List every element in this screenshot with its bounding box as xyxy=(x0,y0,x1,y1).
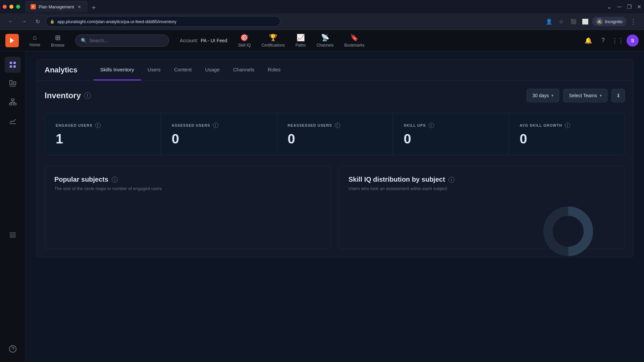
popular-subjects-info[interactable]: i xyxy=(112,177,118,183)
channels-label: Channels xyxy=(317,43,334,48)
inventory-header: Inventory i 30 days ▾ Select Teams xyxy=(45,89,625,102)
cast-btn[interactable]: ⬛ xyxy=(568,16,579,27)
skill-ups-info[interactable]: i xyxy=(429,123,434,128)
sidebar-item-chart[interactable] xyxy=(5,113,21,129)
assessed-users-label: ASSESSED USERS i xyxy=(172,123,266,128)
sidebar-item-dashboard[interactable] xyxy=(5,57,21,73)
search-icon: 🔍 xyxy=(81,38,87,43)
analytics-title: Analytics xyxy=(45,66,77,74)
window-minimize-top-btn[interactable]: ─ xyxy=(617,3,622,10)
back-btn[interactable]: ← xyxy=(5,16,16,27)
window-menu-btn[interactable]: ⌄ xyxy=(607,3,612,10)
browser-nav: ← → ↻ 🔒 app.pluralsight.com/plan-analyti… xyxy=(0,13,644,29)
nav-skill-iq[interactable]: 🎯 Skill IQ xyxy=(233,31,256,50)
dashboard-icon xyxy=(9,61,17,69)
inventory-info-icon[interactable]: i xyxy=(84,92,91,99)
window-restore-btn[interactable]: ❐ xyxy=(627,4,632,10)
analytics-header: Analytics Skills Inventory Users Content… xyxy=(36,59,633,81)
nav-browse[interactable]: ⊞ Browse xyxy=(46,31,70,50)
sidebar-item-analytics[interactable] xyxy=(5,75,21,92)
incognito-badge[interactable]: 🕵 Incognito xyxy=(592,17,627,26)
chart-icon xyxy=(9,117,17,125)
bookmark-btn[interactable]: ☆ xyxy=(556,16,567,27)
popular-subjects-title: Popular subjects i xyxy=(54,176,321,183)
tab-close-btn[interactable]: ✕ xyxy=(77,4,82,9)
tab-roles[interactable]: Roles xyxy=(261,60,287,80)
skill-iq-distribution-info[interactable]: i xyxy=(448,177,454,183)
sidebar-item-list[interactable] xyxy=(5,227,21,243)
tab-usage[interactable]: Usage xyxy=(198,60,226,80)
svg-rect-4 xyxy=(13,65,16,68)
svg-rect-2 xyxy=(13,62,16,64)
nav-channels[interactable]: 📡 Channels xyxy=(311,31,339,50)
help-circle-icon xyxy=(9,345,17,353)
tab-skills-inventory[interactable]: Skills Inventory xyxy=(94,60,141,80)
teams-filter-dropdown[interactable]: Select Teams ▾ xyxy=(563,89,607,102)
certifications-icon: 🏆 xyxy=(269,34,277,42)
download-btn[interactable]: ⬇ xyxy=(611,89,625,102)
skill-iq-distribution-card: Skill IQ distribution by subject i Users… xyxy=(339,166,625,249)
logo-icon xyxy=(9,37,15,44)
nav-bookmarks[interactable]: 🔖 Bookmarks xyxy=(339,31,370,50)
notification-btn[interactable]: 🔔 xyxy=(582,35,594,47)
user-avatar-btn[interactable]: S xyxy=(627,35,639,47)
skill-iq-chart xyxy=(348,199,615,239)
nav-certifications[interactable]: 🏆 Certifications xyxy=(256,31,290,50)
engaged-users-info[interactable]: i xyxy=(95,123,101,128)
stat-reassessed-users: REASSESSED USERS i 0 xyxy=(277,113,393,155)
window-maximize-btn[interactable] xyxy=(16,5,20,9)
time-filter-dropdown[interactable]: 30 days ▾ xyxy=(527,89,559,102)
address-bar[interactable]: 🔒 app.pluralsight.com/plan-analytics/pa-… xyxy=(46,16,280,27)
skill-ups-value: 0 xyxy=(404,132,498,145)
assessed-users-info[interactable]: i xyxy=(213,123,218,128)
active-tab[interactable]: P Plan Management ✕ xyxy=(25,1,87,12)
reassessed-users-info[interactable]: i xyxy=(335,123,340,128)
svg-rect-1 xyxy=(10,62,12,64)
svg-rect-5 xyxy=(10,80,12,84)
help-btn[interactable]: ? xyxy=(597,35,609,47)
sidebar-item-help[interactable] xyxy=(5,341,21,357)
svg-rect-8 xyxy=(11,99,14,101)
window-minimize-btn[interactable] xyxy=(9,5,13,9)
window-close-top-btn[interactable]: ✕ xyxy=(637,4,641,10)
avg-skill-growth-label: AVG SKILL GROWTH i xyxy=(520,123,614,128)
top-nav: ⌂ Home ⊞ Browse 🔍 Search... Account: PA … xyxy=(0,30,644,51)
profile-icon-btn[interactable]: 👤 xyxy=(544,16,554,27)
incognito-icon: 🕵 xyxy=(596,18,603,25)
inventory-title: Inventory i xyxy=(45,91,91,100)
forward-btn[interactable]: → xyxy=(19,16,30,27)
sidebar-item-hierarchy[interactable] xyxy=(5,94,21,110)
hierarchy-icon xyxy=(9,98,17,106)
paths-label: Paths xyxy=(296,43,306,48)
stats-row: ENGAGED USERS i 1 ASSESSED USERS i 0 xyxy=(45,113,625,155)
nav-paths[interactable]: 📈 Paths xyxy=(290,31,311,50)
avg-skill-growth-info[interactable]: i xyxy=(565,123,570,128)
tab-users[interactable]: Users xyxy=(141,60,167,80)
window-close-btn[interactable] xyxy=(3,5,7,9)
tab-favicon: P xyxy=(31,4,36,9)
analytics-tabs: Skills Inventory Users Content Usage Cha xyxy=(94,60,287,80)
tab-channels[interactable]: Channels xyxy=(226,60,261,80)
refresh-btn[interactable]: ↻ xyxy=(32,16,43,27)
logo-btn[interactable] xyxy=(5,34,19,47)
nav-actions: 🔔 ? ⋮⋮ S xyxy=(582,35,639,47)
browser-actions: 👤 ☆ ⬛ ⬜ 🕵 Incognito ⋮ xyxy=(544,16,639,27)
paths-icon: 📈 xyxy=(297,34,305,42)
lock-icon: 🔒 xyxy=(50,19,55,24)
skill-ups-label: SKILL UPS i xyxy=(404,123,498,128)
skill-iq-label: Skill IQ xyxy=(238,43,251,48)
more-btn[interactable]: ⋮ xyxy=(628,16,639,27)
search-bar[interactable]: 🔍 Search... xyxy=(75,35,169,47)
stat-skill-ups: SKILL UPS i 0 xyxy=(393,113,509,155)
teams-filter-chevron: ▾ xyxy=(600,93,602,98)
apps-grid-btn[interactable]: ⋮⋮ xyxy=(612,35,624,47)
sidebar xyxy=(0,51,25,362)
svg-rect-3 xyxy=(10,65,12,68)
stat-engaged-users: ENGAGED USERS i 1 xyxy=(45,113,161,155)
new-tab-btn[interactable]: + xyxy=(89,3,99,12)
nav-home[interactable]: ⌂ Home xyxy=(24,31,46,50)
search-placeholder: Search... xyxy=(89,38,108,43)
bookmarks-icon: 🔖 xyxy=(350,34,359,42)
tab-content[interactable]: Content xyxy=(167,60,199,80)
extensions-btn[interactable]: ⬜ xyxy=(580,16,591,27)
